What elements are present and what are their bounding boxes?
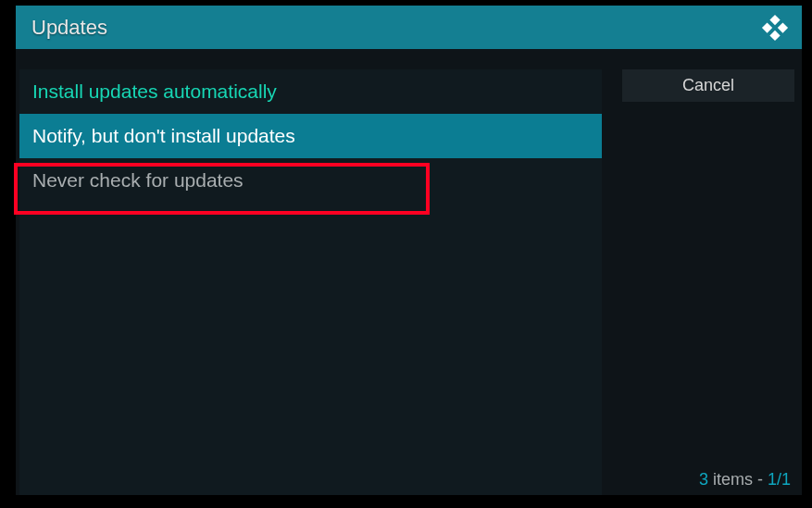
cancel-button[interactable]: Cancel [622, 69, 794, 102]
page-indicator: 1/1 [768, 470, 791, 489]
kodi-logo-icon [761, 14, 789, 42]
option-label: Install updates automatically [32, 81, 277, 103]
option-never-check[interactable]: Never check for updates [19, 158, 602, 203]
titlebar: Updates [16, 6, 802, 49]
footer-status: 3 items - 1/1 [699, 470, 791, 489]
dialog-title: Updates [31, 16, 107, 40]
dialog-content: Install updates automatically Notify, bu… [16, 49, 802, 495]
cancel-label: Cancel [682, 76, 734, 95]
updates-dialog: Updates Install updates automatically No… [16, 6, 802, 495]
option-label: Never check for updates [32, 169, 244, 192]
options-list: Install updates automatically Notify, bu… [19, 69, 602, 495]
item-count: 3 [699, 470, 708, 489]
items-label: items - [708, 470, 768, 489]
dialog-sidebar: Cancel [602, 69, 802, 495]
option-notify-dont-install[interactable]: Notify, but don't install updates [19, 114, 602, 158]
option-label: Notify, but don't install updates [32, 125, 295, 147]
option-install-automatically[interactable]: Install updates automatically [19, 69, 602, 114]
